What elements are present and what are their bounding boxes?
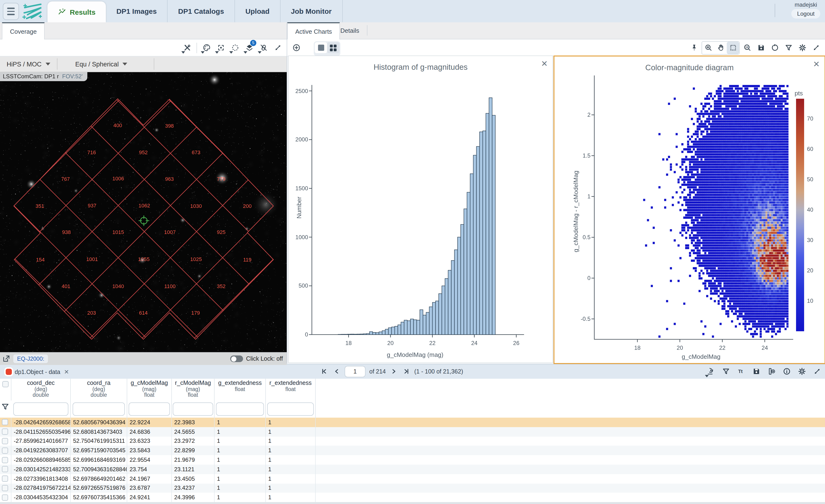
zoom-in-button[interactable]	[702, 41, 715, 54]
hips-moc-dropdown[interactable]: HiPS / MOC	[0, 61, 57, 68]
table-tab-dp1-object[interactable]: dp1.Object - data ✕	[2, 367, 73, 377]
table-cell[interactable]: 1	[266, 436, 316, 446]
hamburger-menu-icon[interactable]	[3, 3, 19, 20]
table-cell[interactable]: -28.03044535432304	[11, 493, 71, 502]
table-row[interactable]: -28.03014252148233352.70094363162884623.…	[0, 465, 825, 475]
column-header-r_cModelMag[interactable]: r_cModelMag(mag)float	[172, 379, 215, 401]
filter-chart-button[interactable]	[782, 41, 795, 54]
table-cell[interactable]: 23.754	[127, 465, 172, 474]
table-settings-button[interactable]	[796, 365, 808, 377]
expand-panel-button[interactable]	[272, 41, 284, 54]
filter-input-coord_ra[interactable]	[73, 403, 125, 416]
table-cell[interactable]: 1	[215, 446, 266, 455]
table-cell[interactable]: 22.9554	[127, 455, 172, 465]
table-cell[interactable]: 1	[266, 483, 316, 493]
column-header-coord_ra[interactable]: coord_ra(deg)double	[71, 379, 127, 401]
table-cell[interactable]: 23.6323	[127, 436, 172, 446]
table-cell[interactable]: 24.9241	[127, 493, 172, 502]
table-row[interactable]: -27.8599621401667752.7504761991531123.63…	[0, 436, 825, 446]
table-cell[interactable]: 1	[266, 465, 316, 474]
table-cell[interactable]: 1	[266, 446, 316, 455]
histogram-chart-card[interactable]: Histogram of g-magnitudes ✕ 050010001500…	[288, 56, 553, 363]
row-checkbox[interactable]	[2, 419, 8, 425]
table-cell[interactable]: -27.85996214016677	[11, 436, 71, 446]
page-number-input[interactable]	[345, 366, 366, 377]
coord-readout-label[interactable]: EQ-J2000:	[13, 354, 48, 363]
table-cell[interactable]: 23.5843	[127, 446, 172, 455]
cmd-plot[interactable]	[554, 57, 825, 363]
filter-input-coord_dec[interactable]	[13, 403, 68, 416]
pin-chart-button[interactable]	[688, 41, 700, 54]
row-checkbox[interactable]	[2, 466, 8, 473]
grid-view-button[interactable]	[327, 42, 340, 53]
table-cell[interactable]: 52.69571590703545	[71, 446, 127, 455]
expand-table-button[interactable]	[811, 365, 823, 377]
table-cell[interactable]: 1	[215, 474, 266, 484]
table-cell[interactable]: 52.700943631628846	[71, 465, 127, 474]
table-cell[interactable]: 52.75047619915311	[71, 436, 127, 446]
table-cell[interactable]: 1	[215, 483, 266, 493]
table-row[interactable]: -28.02784197567221452.6972655751987623.6…	[0, 483, 825, 493]
select-all-column[interactable]	[0, 379, 11, 401]
table-row[interactable]: -28.04264265926865852.6805679043639422.9…	[0, 418, 825, 428]
save-chart-button[interactable]	[755, 41, 767, 54]
table-cell[interactable]: -28.02733961813408	[11, 474, 71, 484]
cmd-chart-card[interactable]: Color-magnitude diagram ✕ pts 21.510.50-…	[553, 56, 825, 364]
box-select-button[interactable]	[727, 41, 739, 54]
first-page-button[interactable]	[320, 367, 328, 375]
table-cell[interactable]: 1	[215, 427, 266, 437]
row-checkbox[interactable]	[2, 495, 8, 501]
close-icon[interactable]: ✕	[64, 368, 69, 375]
tab-upload[interactable]: Upload	[235, 0, 281, 22]
table-cell[interactable]: 21.9679	[172, 455, 215, 465]
table-cell[interactable]: -28.041152655035496	[11, 427, 71, 437]
color-palette-button[interactable]	[200, 41, 213, 54]
row-checkbox[interactable]	[2, 429, 8, 435]
inspect-button[interactable]	[704, 365, 717, 377]
table-cell[interactable]: 1	[215, 455, 266, 465]
table-row[interactable]: -28.02926608894658552.6996168469316922.9…	[0, 455, 825, 465]
filter-input-g_extendedness[interactable]	[216, 403, 264, 416]
table-cell[interactable]: 24.6836	[127, 427, 172, 437]
add-column-button[interactable]	[765, 365, 777, 377]
table-cell[interactable]: 24.3996	[172, 493, 215, 502]
select-region-button[interactable]	[229, 41, 241, 54]
table-cell[interactable]: 23.6787	[127, 483, 172, 493]
table-cell[interactable]: 23.1121	[172, 465, 215, 474]
tab-active-charts[interactable]: Active Charts	[287, 22, 340, 39]
table-cell[interactable]: 23.2972	[172, 436, 215, 446]
table-cell[interactable]: -28.029266088946585	[11, 455, 71, 465]
table-cell[interactable]: -28.027841975672214	[11, 483, 71, 493]
table-row[interactable]: -28.0273396181340852.6978664920146224.19…	[0, 474, 825, 484]
tab-coverage[interactable]: Coverage	[2, 22, 45, 39]
restore-chart-button[interactable]	[768, 41, 781, 54]
table-cell[interactable]: 1	[266, 493, 316, 502]
next-page-button[interactable]	[390, 367, 398, 375]
table-cell[interactable]: 22.9224	[127, 418, 172, 427]
column-header-r_extendedness[interactable]: r_extendednessfloat	[266, 379, 316, 401]
projection-dropdown[interactable]: Equ / Spherical	[69, 61, 134, 68]
table-row[interactable]: -28.0304453543230452.6976073541536624.92…	[0, 493, 825, 502]
filter-row-icon[interactable]	[1, 403, 9, 411]
zoom-original-button[interactable]: 1X	[741, 41, 753, 54]
pan-button[interactable]	[715, 41, 727, 54]
logout-button[interactable]: Logout	[792, 9, 820, 18]
row-checkbox[interactable]	[2, 485, 8, 491]
column-header-g_extendedness[interactable]: g_extendednessfloat	[215, 379, 266, 401]
table-cell[interactable]: -28.04192263083707	[11, 446, 71, 455]
layers-button[interactable]: 5	[243, 41, 255, 54]
table-cell[interactable]: 1	[266, 427, 316, 437]
table-cell[interactable]: 52.68056790436394	[71, 418, 127, 427]
table-info-button[interactable]	[780, 365, 793, 377]
table-cell[interactable]: 1	[215, 418, 266, 427]
column-header-coord_dec[interactable]: coord_dec(deg)double	[11, 379, 71, 401]
expand-chart-button[interactable]	[810, 41, 822, 54]
table-cell[interactable]: 1	[215, 493, 266, 502]
save-table-button[interactable]	[750, 365, 762, 377]
table-cell[interactable]: 52.69726557519876	[71, 483, 127, 493]
row-checkbox[interactable]	[2, 476, 8, 482]
table-cell[interactable]: 23.4505	[172, 474, 215, 484]
table-row[interactable]: -28.0419226308370752.6957159070354523.58…	[0, 446, 825, 456]
tab-details[interactable]: Details	[333, 22, 367, 38]
filter-input-r_cModelMag[interactable]	[173, 403, 213, 416]
